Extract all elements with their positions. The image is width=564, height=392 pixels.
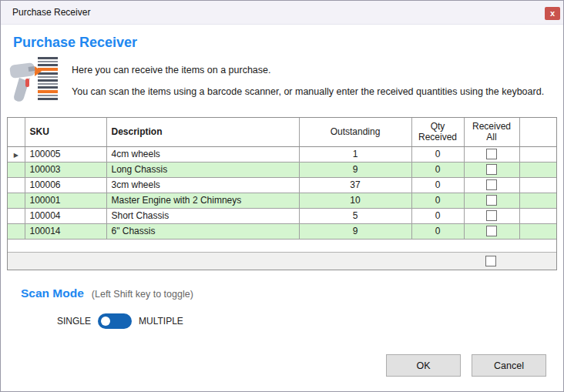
receive-items-grid: SKU Description Outstanding Qty Received… [7, 117, 557, 270]
toggle-knob [101, 317, 110, 326]
page-title: Purchase Receiver [13, 35, 563, 51]
cell-sku[interactable]: 100001 [25, 193, 106, 208]
cell-qty-received[interactable]: 0 [411, 146, 464, 162]
intro-line-2: You can scan the items using a barcode s… [72, 86, 544, 97]
window-title: Purchase Receiver [12, 7, 90, 18]
cell-qty-received[interactable]: 0 [411, 162, 464, 177]
barcode-scanner-icon [8, 55, 61, 106]
intro-text: Here you can receive the items on a purc… [72, 55, 544, 97]
grid-empty-area [8, 240, 556, 252]
scan-mode-hint: (Left Shift key to toggle) [92, 289, 193, 300]
received-all-checkbox[interactable] [486, 149, 497, 159]
intro-line-1: Here you can receive the items on a purc… [72, 65, 544, 75]
cell-received-all [464, 208, 519, 223]
cell-qty-received[interactable]: 0 [411, 177, 464, 193]
cell-filler [519, 162, 556, 177]
cell-outstanding[interactable]: 9 [299, 162, 411, 177]
cell-description[interactable]: 4cm wheels [106, 146, 299, 162]
cell-filler [519, 223, 556, 239]
ok-button[interactable]: OK [386, 354, 461, 377]
cancel-button[interactable]: Cancel [472, 354, 546, 377]
title-bar: Purchase Receiver x [1, 1, 563, 25]
row-selector-cell[interactable] [8, 177, 25, 193]
cell-received-all [464, 177, 519, 193]
cell-filler [519, 193, 556, 208]
cell-description[interactable]: Long Chassis [106, 162, 299, 177]
cell-sku[interactable]: 100003 [25, 162, 106, 177]
cell-description[interactable]: 3cm wheels [106, 177, 299, 193]
grid-corner-cell[interactable] [8, 118, 25, 146]
table-row: 100001 Master Engine with 2 Chimneys 10 … [8, 193, 556, 208]
cell-outstanding[interactable]: 10 [299, 193, 411, 208]
current-row-indicator-icon: ▶ [14, 152, 18, 159]
cell-qty-received[interactable]: 0 [411, 208, 464, 223]
column-header-filler [519, 118, 556, 146]
table-row: 100006 3cm wheels 37 0 [8, 177, 556, 193]
close-icon: x [550, 9, 555, 18]
cell-qty-received[interactable]: 0 [411, 223, 464, 239]
cell-qty-received[interactable]: 0 [411, 193, 464, 208]
row-selector-cell[interactable] [8, 223, 25, 239]
cell-description[interactable]: Master Engine with 2 Chimneys [106, 193, 299, 208]
cell-received-all [464, 193, 519, 208]
cell-sku[interactable]: 100006 [25, 177, 106, 193]
scan-mode-toggle-row: SINGLE MULTIPLE [57, 313, 563, 329]
table-row: ▶ 100005 4cm wheels 1 0 [8, 146, 556, 162]
cell-received-all [464, 223, 519, 239]
received-all-checkbox[interactable] [486, 195, 497, 206]
cell-description[interactable]: 6" Chassis [106, 223, 299, 239]
cell-outstanding[interactable]: 9 [299, 223, 411, 239]
grid-header-row: SKU Description Outstanding Qty Received… [8, 118, 556, 146]
row-selector-cell[interactable]: ▶ [8, 146, 25, 162]
cell-outstanding[interactable]: 37 [299, 177, 411, 193]
row-selector-cell[interactable] [8, 208, 25, 223]
received-all-checkbox[interactable] [486, 179, 497, 190]
received-all-checkbox[interactable] [486, 210, 497, 221]
cell-filler [519, 146, 556, 162]
column-header-sku[interactable]: SKU [25, 118, 106, 146]
received-all-checkbox[interactable] [486, 226, 497, 236]
cell-outstanding[interactable]: 1 [299, 146, 411, 162]
intro-section: Here you can receive the items on a purc… [8, 55, 563, 106]
purchase-receiver-dialog: Purchase Receiver x Purchase Receiver [0, 0, 564, 392]
scan-mode-title: Scan Mode [21, 286, 84, 300]
received-all-checkbox[interactable] [486, 164, 497, 175]
dialog-buttons: OK Cancel [386, 354, 546, 377]
row-selector-cell[interactable] [8, 193, 25, 208]
cell-sku[interactable]: 100014 [25, 223, 106, 239]
table-row: 100014 6" Chassis 9 0 [8, 223, 556, 239]
column-header-description[interactable]: Description [106, 118, 299, 146]
toggle-label-single: SINGLE [57, 316, 91, 327]
scan-mode-toggle[interactable] [98, 313, 132, 329]
cell-received-all [464, 146, 519, 162]
toggle-label-multiple: MULTIPLE [139, 316, 183, 327]
close-button[interactable]: x [545, 7, 560, 20]
row-selector-cell[interactable] [8, 162, 25, 177]
scan-mode-section: Scan Mode (Left Shift key to toggle) [21, 286, 563, 300]
cell-outstanding[interactable]: 5 [299, 208, 411, 223]
table-row: 100004 Short Chassis 5 0 [8, 208, 556, 223]
cell-filler [519, 208, 556, 223]
table-row: 100003 Long Chassis 9 0 [8, 162, 556, 177]
cell-description[interactable]: Short Chassis [106, 208, 299, 223]
column-header-qty-received[interactable]: Qty Received [411, 118, 464, 146]
column-header-received-all[interactable]: Received All [464, 118, 519, 146]
grid-new-row[interactable] [8, 252, 556, 270]
cell-received-all [464, 162, 519, 177]
column-header-outstanding[interactable]: Outstanding [299, 118, 411, 146]
cell-filler [519, 177, 556, 193]
cell-sku[interactable]: 100004 [25, 208, 106, 223]
cell-sku[interactable]: 100005 [25, 146, 106, 162]
received-all-footer-checkbox[interactable] [485, 256, 496, 266]
